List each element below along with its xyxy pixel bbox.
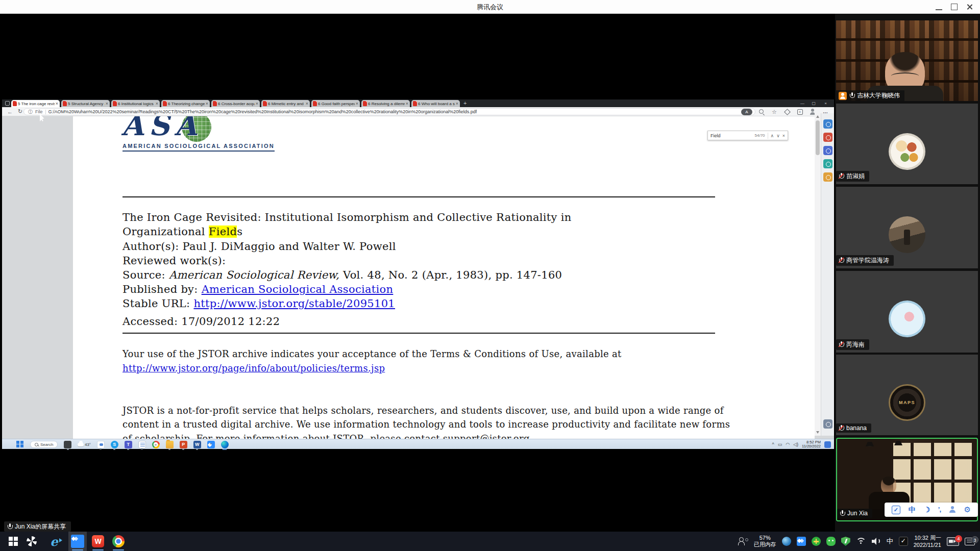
find-previous-icon[interactable]: ∧ [771, 133, 774, 138]
zoom-icon[interactable] [758, 108, 765, 115]
minimize-icon[interactable] [936, 4, 942, 10]
volume-icon[interactable]: ◁) [793, 442, 798, 447]
terms-link[interactable]: http://www.jstor.org/page/info/about/pol… [122, 363, 385, 373]
people-icon[interactable] [738, 537, 748, 545]
scroll-down-icon[interactable] [816, 431, 819, 434]
find-close-icon[interactable]: × [782, 133, 785, 138]
tencent-meeting-taskbar-icon[interactable] [68, 532, 87, 551]
meeting-window-icon[interactable]: 4 [947, 537, 959, 546]
tab-close-icon[interactable]: × [156, 102, 158, 106]
input-method-icon[interactable] [899, 537, 908, 546]
chrome-icon[interactable] [152, 441, 160, 448]
shared-clock[interactable]: 8:52 PM11/20/2022 [802, 440, 821, 449]
chat-notifications-icon[interactable]: 3 [965, 538, 975, 545]
page-info-icon[interactable]: ⓘ [28, 109, 33, 115]
find-next-icon[interactable]: ∨ [776, 133, 780, 138]
memory-widget[interactable]: 57%已用内存 [754, 535, 776, 548]
start-button[interactable] [16, 441, 24, 448]
participant-video-tile-1[interactable]: 吉林大学鞠晓伟 [836, 20, 978, 101]
find-query[interactable]: Field [710, 133, 752, 138]
browser-tab-4[interactable]: 6 Theorizing change the role of × [161, 100, 210, 107]
ime-fullwidth-icon[interactable] [923, 506, 930, 514]
plugin-dictionary-icon[interactable] [823, 159, 832, 168]
browser-tab-8[interactable]: 6 Resolving a dilemma of signali × [361, 100, 410, 107]
publisher-link[interactable]: American Sociological Association [202, 283, 394, 295]
pdf-scrollbar[interactable] [815, 113, 821, 436]
scrollbar-thumb[interactable] [816, 120, 820, 155]
start-button[interactable] [4, 532, 22, 551]
wps-office-icon[interactable]: W [89, 532, 107, 551]
new-tab-icon[interactable]: + [463, 101, 467, 106]
word-icon[interactable]: W [193, 441, 201, 448]
ime-settings-icon[interactable] [964, 506, 971, 514]
tab-close-icon[interactable]: × [456, 102, 458, 106]
task-view-icon[interactable] [64, 441, 71, 448]
ime-status-icon[interactable]: ✓ [892, 506, 900, 514]
participant-tile-2[interactable]: 苗淑娟 [836, 104, 978, 184]
back-icon[interactable]: ← [7, 109, 13, 115]
plugin-notes-icon[interactable] [823, 172, 832, 182]
security-shield-icon[interactable] [841, 537, 850, 546]
meeting-tray-icon[interactable] [797, 537, 806, 546]
search-pinwheel-icon[interactable] [22, 532, 41, 551]
plugin-search-icon[interactable] [823, 119, 832, 129]
chat-app-icon[interactable] [97, 441, 105, 448]
browser-maximize-icon[interactable]: ▢ [812, 101, 816, 106]
browser-close-icon[interactable]: × [824, 101, 827, 106]
tencent-meeting-icon[interactable] [207, 441, 215, 448]
collections-icon[interactable] [783, 108, 791, 115]
network-icon[interactable]: ◠ [786, 442, 790, 447]
participant-tile-3[interactable]: 商管学院温海涛 [836, 187, 978, 268]
tab-close-icon[interactable]: × [256, 102, 258, 106]
browser-tab-1[interactable]: 5 The iron cage revisited Institu × [11, 100, 60, 107]
favorites-icon[interactable] [771, 108, 778, 115]
tab-search-icon[interactable] [5, 101, 10, 106]
close-icon[interactable] [966, 4, 973, 10]
participant-tile-4[interactable]: 芮海南 [836, 271, 978, 353]
tab-close-icon[interactable]: × [406, 102, 408, 106]
browser-tab-7[interactable]: 6 Good faith perspective.pdf × [311, 100, 360, 107]
maximize-icon[interactable] [951, 4, 958, 10]
scroll-up-icon[interactable] [816, 115, 819, 118]
file-explorer-icon[interactable] [166, 441, 174, 448]
skype-icon[interactable]: S [111, 441, 118, 448]
ime-language-mode[interactable]: 中 [909, 506, 916, 514]
monitor-icon[interactable]: ▭ [778, 442, 782, 447]
plugin-settings-icon[interactable] [823, 419, 832, 429]
tab-close-icon[interactable]: × [356, 102, 358, 106]
browser-tab-2[interactable]: 5 Structural Agency (and other × [61, 100, 110, 107]
plugin-translate-icon[interactable] [823, 146, 832, 155]
wifi-icon[interactable] [856, 538, 866, 545]
internet-explorer-icon[interactable]: e [45, 532, 63, 551]
pdf-find-bar[interactable]: Field 54/70 ∧ ∨ × [707, 131, 788, 140]
browser-tab-3[interactable]: 6 Institutional logics Thornton.p × [111, 100, 160, 107]
antivirus-tray-icon[interactable] [812, 537, 821, 546]
ime-punctuation-icon[interactable]: ’, [938, 506, 941, 514]
tab-close-icon[interactable]: × [106, 102, 108, 106]
stable-url-link[interactable]: http://www.jstor.org/stable/2095101 [193, 297, 395, 310]
clock[interactable]: 10:32 周一2022/11/21 [914, 534, 941, 548]
taskbar-search[interactable]: Search [30, 441, 58, 448]
powerpoint-icon[interactable]: P [180, 441, 187, 448]
tab-close-icon[interactable]: × [206, 102, 208, 106]
browser-tab-5[interactable]: 6 Cross-border acquisitions by s × [211, 100, 260, 107]
refresh-icon[interactable]: ↻ [18, 108, 22, 115]
extensions-icon[interactable] [796, 108, 803, 115]
weather-widget[interactable]: 43° [78, 441, 90, 448]
browser-tab-9[interactable]: 6 Who will board a sinking ship × [411, 100, 460, 107]
document-app-icon[interactable] [138, 441, 146, 448]
ime-indicator[interactable]: 中 [887, 537, 893, 546]
chrome-taskbar-icon[interactable] [109, 532, 128, 551]
volume-icon[interactable] [872, 537, 881, 545]
browser-tray-icon[interactable] [782, 537, 791, 546]
address-bar[interactable]: ⓘ File G:/AOM%20Wuhan%20U/2022%20seminar… [23, 108, 755, 115]
reading-mode-icon[interactable]: A [741, 109, 752, 115]
teams-icon[interactable]: T [125, 441, 132, 448]
browser-minimize-icon[interactable]: — [800, 101, 804, 106]
notification-icon[interactable] [824, 441, 831, 448]
plugin-highlight-icon[interactable] [823, 133, 832, 142]
edge-icon[interactable] [221, 441, 229, 448]
tab-close-icon[interactable]: × [306, 102, 308, 106]
ime-account-icon[interactable] [949, 506, 956, 513]
participant-tile-5[interactable]: MAPS banana [836, 355, 978, 435]
